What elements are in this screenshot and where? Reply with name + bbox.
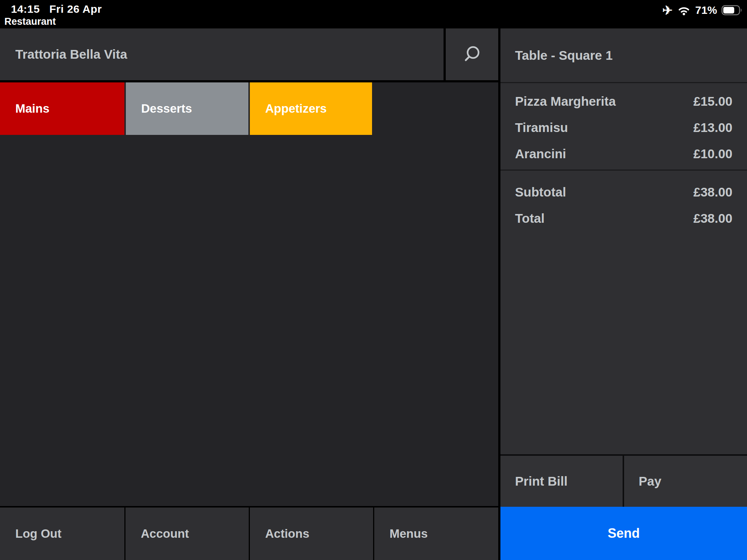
tab-mains-label: Mains bbox=[15, 102, 50, 116]
venue-header: Trattoria Bella Vita bbox=[0, 28, 444, 80]
subtotal-label: Subtotal bbox=[515, 185, 566, 199]
status-bar: 14:15 Fri 26 Apr Restaurant ✈ 71% bbox=[0, 0, 747, 28]
menus-label: Menus bbox=[390, 527, 428, 541]
status-indicators: ✈ 71% bbox=[662, 2, 743, 18]
order-panel: Table - Square 1 Pizza Margherita £15.00… bbox=[500, 28, 747, 560]
order-item-row[interactable]: Pizza Margherita £15.00 bbox=[500, 88, 747, 114]
order-totals: Subtotal £38.00 Total £38.00 bbox=[500, 171, 747, 232]
battery-percent-label: 71% bbox=[695, 4, 717, 16]
pay-button[interactable]: Pay bbox=[624, 456, 747, 507]
airplane-mode-icon: ✈ bbox=[662, 4, 673, 16]
order-item-price: £15.00 bbox=[693, 94, 732, 109]
send-label: Send bbox=[608, 526, 640, 541]
order-item-price: £13.00 bbox=[693, 120, 732, 135]
account-label: Account bbox=[141, 527, 189, 541]
status-time-date: 14:15 Fri 26 Apr bbox=[11, 3, 102, 15]
search-icon bbox=[461, 43, 483, 66]
order-item-row[interactable]: Tiramisu £13.00 bbox=[500, 114, 747, 141]
subtotal-row: Subtotal £38.00 bbox=[500, 179, 747, 205]
subtotal-value: £38.00 bbox=[693, 185, 732, 199]
total-row: Total £38.00 bbox=[500, 205, 747, 232]
battery-icon bbox=[721, 5, 743, 16]
table-title: Table - Square 1 bbox=[515, 48, 613, 63]
actions-button[interactable]: Actions bbox=[250, 508, 373, 560]
venue-title: Trattoria Bella Vita bbox=[15, 47, 127, 62]
tab-desserts-label: Desserts bbox=[141, 102, 192, 116]
order-item-name: Arancini bbox=[515, 147, 566, 161]
order-item-row[interactable]: Arancini £10.00 bbox=[500, 141, 747, 167]
order-items-list: Pizza Margherita £15.00 Tiramisu £13.00 … bbox=[500, 83, 747, 171]
order-panel-header[interactable]: Table - Square 1 bbox=[500, 28, 747, 83]
order-item-name: Tiramisu bbox=[515, 120, 568, 135]
tab-mains[interactable]: Mains bbox=[0, 82, 124, 135]
order-item-price: £10.00 bbox=[693, 147, 732, 161]
tab-appetizers[interactable]: Appetizers bbox=[250, 82, 372, 135]
menus-button[interactable]: Menus bbox=[374, 508, 498, 560]
status-time: 14:15 bbox=[11, 3, 40, 15]
print-bill-label: Print Bill bbox=[515, 474, 568, 489]
status-app-label: Restaurant bbox=[4, 16, 56, 27]
send-button[interactable]: Send bbox=[500, 507, 747, 560]
tab-desserts[interactable]: Desserts bbox=[126, 82, 248, 135]
menu-content-area: Mains Desserts Appetizers bbox=[0, 82, 498, 506]
logout-button[interactable]: Log Out bbox=[0, 508, 124, 560]
print-bill-button[interactable]: Print Bill bbox=[500, 456, 623, 507]
actions-label: Actions bbox=[265, 527, 309, 541]
status-date: Fri 26 Apr bbox=[49, 3, 102, 15]
wifi-icon bbox=[677, 5, 691, 16]
order-item-name: Pizza Margherita bbox=[515, 94, 616, 109]
total-value: £38.00 bbox=[693, 211, 732, 226]
search-button[interactable] bbox=[446, 28, 498, 80]
tab-appetizers-label: Appetizers bbox=[265, 102, 327, 116]
pos-screen: 14:15 Fri 26 Apr Restaurant ✈ 71% Tratto… bbox=[0, 0, 747, 560]
order-actions-row: Print Bill Pay bbox=[500, 454, 747, 507]
pay-label: Pay bbox=[639, 474, 661, 489]
logout-label: Log Out bbox=[15, 527, 61, 541]
total-label: Total bbox=[515, 211, 545, 226]
account-button[interactable]: Account bbox=[125, 508, 249, 560]
